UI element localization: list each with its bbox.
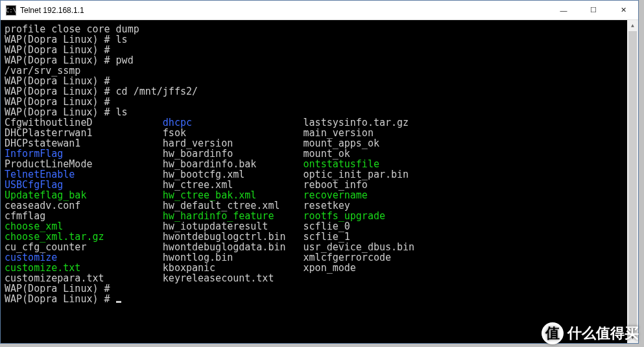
cmd-icon: C:\: [6, 5, 16, 16]
ls-entry: TelnetEnable: [5, 169, 163, 180]
ls-entry: mount_apps_ok: [304, 138, 379, 149]
ls-entry: ontstatusfile: [304, 159, 379, 169]
window-title: Telnet 192.168.1.1: [20, 6, 549, 15]
ls-entry: optic_init_par.bin: [304, 169, 409, 180]
ls-entry: hard_version: [163, 138, 304, 149]
terminal-window: C:\ Telnet 192.168.1.1 — ☐ ✕ profile clo…: [0, 0, 639, 344]
scroll-up-icon[interactable]: ▲: [627, 20, 638, 31]
close-button[interactable]: ✕: [608, 1, 638, 20]
ls-entry: DHCPstatewan1: [5, 138, 163, 149]
ls-entry: choose_xml.tar.gz: [5, 232, 163, 242]
ls-entry: choose_xml: [5, 221, 163, 232]
ls-entry: resetkey: [304, 200, 350, 211]
window-controls: — ☐ ✕: [549, 1, 638, 20]
ls-entry: cfmflag: [5, 211, 163, 221]
ls-entry: hw_hardinfo_feature: [163, 211, 304, 221]
ls-entry: customize: [5, 252, 163, 263]
scroll-thumb[interactable]: [628, 31, 637, 332]
ls-entry: rootfs_upgrade: [304, 211, 385, 221]
ls-entry: hw_ctree.xml: [163, 180, 304, 190]
ls-entry: dhcpc: [163, 117, 304, 128]
vertical-scrollbar[interactable]: ▲ ▼: [627, 20, 638, 343]
ls-entry: hwontdebuglogdata.bin: [163, 242, 304, 252]
ls-entry: Updateflag_bak: [5, 190, 163, 200]
ls-entry: hw_boardinfo: [163, 149, 304, 159]
ls-entry: customize.txt: [5, 263, 163, 273]
ls-entry: keyreleasecount.txt: [163, 273, 304, 283]
ls-entry: hwontdebuglogctrl.bin: [163, 232, 304, 242]
ls-entry: xpon_mode: [304, 263, 356, 273]
titlebar[interactable]: C:\ Telnet 192.168.1.1 — ☐ ✕: [1, 1, 638, 20]
ls-entry: reboot_info: [304, 180, 368, 190]
ls-entry: main_version: [304, 128, 374, 138]
ls-entry: fsok: [163, 128, 304, 138]
scroll-track[interactable]: [627, 31, 638, 332]
ls-entry: ceaseadv.conf: [5, 200, 163, 211]
ls-entry: hw_boardinfo.bak: [163, 159, 304, 169]
ls-entry: cu_cfg_counter: [5, 242, 163, 252]
ls-entry: ProductLineMode: [5, 159, 163, 169]
ls-entry: hw_ctree_bak.xml: [163, 190, 304, 200]
scroll-down-icon[interactable]: ▼: [627, 332, 638, 343]
ls-entry: usr_device_dbus.bin: [304, 242, 415, 252]
cursor: [116, 301, 121, 303]
ls-entry: DHCPlasterrwan1: [5, 128, 163, 138]
ls-entry: CfgwithoutlineD: [5, 117, 163, 128]
ls-entry: InformFlag: [5, 149, 163, 159]
ls-entry: scflie_1: [304, 232, 350, 242]
maximize-button[interactable]: ☐: [578, 1, 608, 20]
ls-entry: mount_ok: [304, 149, 350, 159]
ls-entry: xmlcfgerrorcode: [304, 252, 391, 263]
ls-entry: USBCfgFlag: [5, 180, 163, 190]
minimize-button[interactable]: —: [549, 1, 578, 20]
ls-entry: hw_iotupdateresult: [163, 221, 304, 232]
ls-entry: customizepara.txt: [5, 273, 163, 283]
ls-entry: kboxpanic: [163, 263, 304, 273]
ls-entry: hw_default_ctree.xml: [163, 200, 304, 211]
ls-entry: lastsysinfo.tar.gz: [304, 117, 409, 128]
ls-entry: scflie_0: [304, 221, 350, 232]
terminal-area: profile close core dump WAP(Dopra Linux)…: [1, 20, 638, 343]
ls-entry: hw_bootcfg.xml: [163, 169, 304, 180]
ls-entry: recovername: [304, 190, 368, 200]
terminal-output[interactable]: profile close core dump WAP(Dopra Linux)…: [1, 20, 627, 343]
ls-entry: hwontlog.bin: [163, 252, 304, 263]
